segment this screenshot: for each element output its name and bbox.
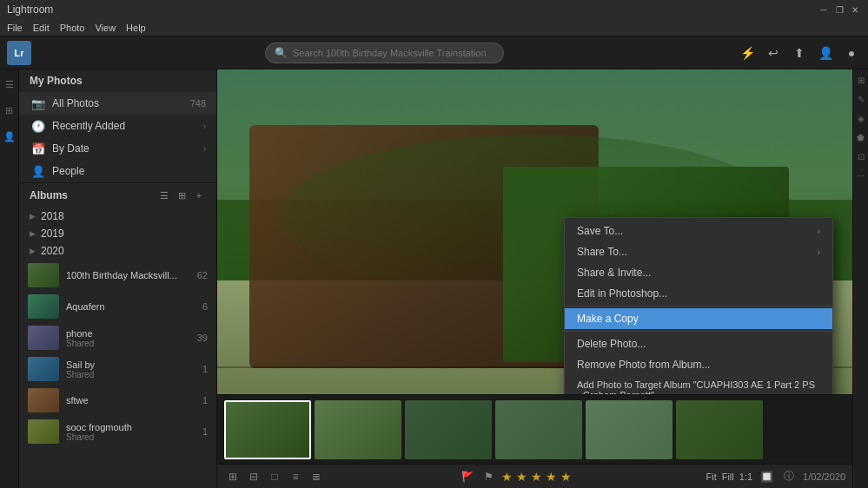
album-sail-info: Sail by Shared — [66, 359, 199, 379]
zoom-icon[interactable]: 🔲 — [758, 468, 775, 485]
filter-icon[interactable]: ⚡ — [738, 43, 757, 63]
detail-grid-icon[interactable]: ⊟ — [245, 468, 262, 485]
all-photos-icon: 📷 — [30, 95, 47, 112]
main-layout: ☰ ⊞ 👤 My Photos 📷 All Photos 748 🕐 Recen… — [0, 69, 868, 488]
album-aquafern-thumb — [28, 294, 59, 319]
ctx-make-copy[interactable]: Make a Copy — [565, 308, 832, 329]
albums-title: Albums — [30, 189, 157, 201]
nav-by-date[interactable]: 📅 By Date › — [19, 137, 216, 160]
flag2-icon[interactable]: ⚑ — [480, 468, 498, 485]
recently-added-arrow: › — [203, 122, 206, 131]
year-2020[interactable]: ▶ 2020 — [19, 242, 216, 260]
close-button[interactable]: ✕ — [849, 3, 861, 16]
grid-icon[interactable]: ⊞ — [224, 468, 242, 485]
albums-list-icon[interactable]: ☰ — [157, 188, 171, 202]
title-bar: Lightroom ─ ❐ ✕ — [0, 0, 868, 19]
right-icon-2[interactable]: ✎ — [854, 92, 868, 106]
nav-people[interactable]: 👤 People — [19, 160, 216, 182]
star-2[interactable]: ★ — [516, 470, 527, 484]
ctx-save-to[interactable]: Save To... › — [565, 221, 832, 241]
album-sooc[interactable]: sooc frogmouth Shared 1 — [19, 416, 216, 447]
album-sooc-sub: Shared — [66, 432, 199, 442]
undo-icon[interactable]: ↩ — [764, 43, 783, 63]
ctx-add-target[interactable]: Add Photo to Target Album "CUAPHI303 AE … — [565, 375, 832, 394]
compare-icon[interactable]: ≡ — [287, 468, 304, 485]
right-icon-1[interactable]: ⊞ — [854, 73, 868, 87]
year-2018[interactable]: ▶ 2018 — [19, 208, 216, 225]
star-1[interactable]: ★ — [501, 470, 513, 484]
menu-help[interactable]: Help — [126, 23, 146, 33]
menu-file[interactable]: File — [7, 23, 23, 33]
filmstrip-thumb-5[interactable] — [586, 400, 673, 459]
album-sail[interactable]: Sail by Shared 1 — [19, 353, 216, 385]
album-phone[interactable]: phone Shared 39 — [19, 322, 216, 353]
ctx-share-invite[interactable]: Share & Invite... — [565, 262, 832, 283]
album-sail-sub: Shared — [66, 370, 199, 379]
star-4[interactable]: ★ — [546, 470, 557, 484]
album-100th-thumb — [28, 263, 59, 287]
star-5[interactable]: ★ — [560, 470, 572, 484]
year-2019[interactable]: ▶ 2019 — [19, 225, 216, 242]
album-sftwe[interactable]: sftwe 1 — [19, 385, 216, 416]
fill-label[interactable]: Fill — [722, 472, 734, 482]
right-icon-4[interactable]: ⬟ — [854, 130, 868, 144]
album-aquafern[interactable]: Aquafern 6 — [19, 291, 216, 322]
nav-icon-3[interactable]: 👤 — [2, 129, 17, 144]
filmstrip-thumb-3[interactable] — [405, 400, 492, 459]
by-date-arrow: › — [203, 144, 206, 154]
right-icon-3[interactable]: ◈ — [854, 111, 868, 125]
year-2018-label: 2018 — [41, 210, 64, 222]
filmstrip-thumb-1[interactable] — [224, 400, 311, 459]
album-sooc-thumb — [28, 419, 59, 444]
date-label: 1/02/2020 — [803, 472, 845, 482]
nav-icon-1[interactable]: ☰ — [2, 76, 17, 92]
ctx-remove-album[interactable]: Remove Photo from Album... — [565, 354, 832, 375]
album-sail-count: 1 — [202, 364, 208, 374]
minimize-button[interactable]: ─ — [818, 3, 830, 16]
filmstrip-thumb-4[interactable] — [495, 400, 582, 459]
search-input[interactable] — [293, 48, 494, 58]
album-100th-name: 100th Birthday Macksvill... — [66, 270, 194, 280]
right-icon-5[interactable]: ⊡ — [854, 149, 868, 163]
album-100th[interactable]: 100th Birthday Macksvill... 62 — [19, 260, 216, 291]
restore-button[interactable]: ❐ — [833, 3, 845, 16]
fit-label[interactable]: Fit — [706, 472, 716, 482]
right-icon-6[interactable]: ··· — [854, 168, 868, 182]
star-3[interactable]: ★ — [531, 470, 542, 484]
album-100th-count: 62 — [197, 270, 208, 280]
album-phone-info: phone Shared — [66, 328, 194, 348]
recently-added-label: Recently Added — [52, 120, 203, 132]
list-icon[interactable]: ≣ — [308, 468, 325, 485]
album-sftwe-count: 1 — [202, 395, 208, 406]
albums-grid-icon[interactable]: ⊞ — [175, 188, 189, 202]
album-aquafern-count: 6 — [202, 301, 208, 312]
info-icon[interactable]: ⓘ — [780, 468, 798, 485]
ctx-separator-2 — [565, 331, 832, 332]
lr-logo: Lr — [7, 41, 31, 65]
menu-photo[interactable]: Photo — [60, 23, 85, 33]
search-bar[interactable]: 🔍 — [265, 43, 504, 63]
albums-add-icon[interactable]: + — [192, 188, 206, 202]
menu-view[interactable]: View — [95, 23, 116, 33]
flag-icon[interactable]: 🚩 — [460, 468, 477, 485]
menu-edit[interactable]: Edit — [33, 23, 50, 33]
ctx-share-to[interactable]: Share To... › — [565, 241, 832, 262]
main-photo-view[interactable]: Save To... › Share To... › Share & Invit… — [217, 69, 852, 394]
bottom-right: Fit Fill 1:1 🔲 ⓘ 1/02/2020 — [706, 468, 845, 485]
nav-recently-added[interactable]: 🕐 Recently Added › — [19, 115, 216, 137]
filmstrip-thumb-2[interactable] — [315, 400, 401, 459]
single-icon[interactable]: □ — [266, 468, 283, 485]
ctx-delete-photo[interactable]: Delete Photo... — [565, 333, 832, 354]
settings-icon[interactable]: ● — [842, 43, 861, 63]
title-bar-title: Lightroom — [7, 3, 53, 16]
nav-all-photos[interactable]: 📷 All Photos 748 — [19, 92, 216, 115]
filmstrip-thumb-6[interactable] — [676, 400, 763, 459]
year-2018-arrow: ▶ — [30, 212, 36, 221]
activity-icon[interactable]: 👤 — [816, 43, 835, 63]
nav-icon-2[interactable]: ⊞ — [2, 102, 17, 118]
share-icon[interactable]: ⬆ — [790, 43, 809, 63]
bottom-toolbar: ⊞ ⊟ □ ≡ ≣ 🚩 ⚑ ★ ★ ★ ★ ★ Fit Fill 1:1 🔲 ⓘ — [217, 464, 852, 488]
right-panel: ⊞ ✎ ◈ ⬟ ⊡ ··· — [852, 69, 868, 488]
content-area: Save To... › Share To... › Share & Invit… — [217, 69, 852, 488]
ctx-edit-photoshop[interactable]: Edit in Photoshop... — [565, 283, 832, 304]
